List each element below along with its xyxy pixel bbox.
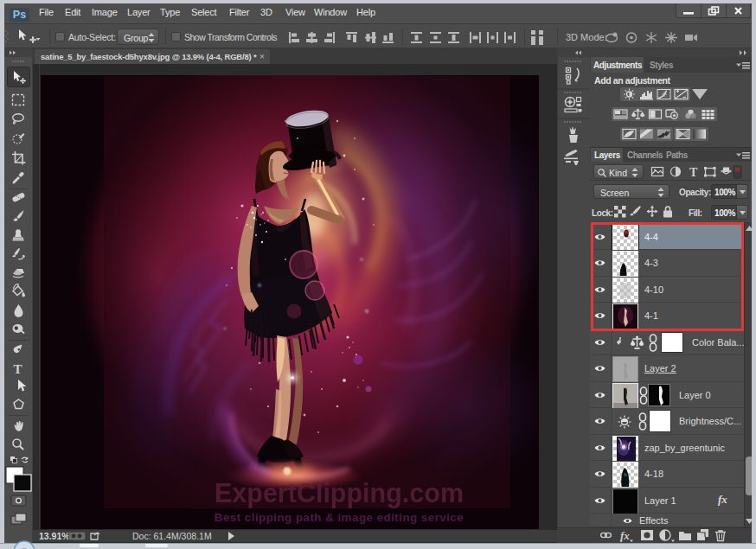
svg-text:3D Mode:: 3D Mode:: [566, 32, 607, 42]
svg-text:fx: fx: [620, 529, 630, 542]
svg-text:Best clipping path & image edi: Best clipping path & image editing servi…: [215, 511, 464, 524]
svg-text:T: T: [689, 166, 698, 179]
svg-text:ExpertClipping.com: ExpertClipping.com: [215, 478, 464, 508]
svg-text:T: T: [14, 362, 22, 376]
